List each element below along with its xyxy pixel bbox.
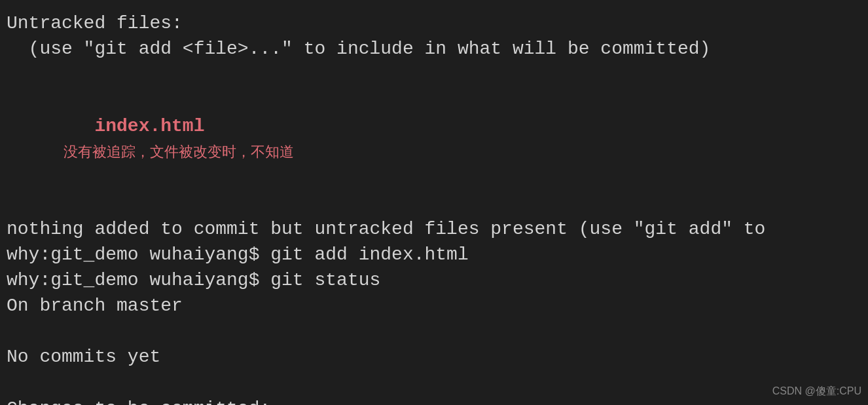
line-git-add-cmd: why:git_demo wuhaiyang$ git add index.ht… xyxy=(7,242,861,267)
line-git-add-hint: (use "git add <file>..." to include in w… xyxy=(7,36,861,62)
line-untracked-files: Untracked files: xyxy=(7,10,861,36)
line-on-branch: On branch master xyxy=(7,293,861,318)
line-empty-3 xyxy=(7,318,861,344)
untracked-filename: index.html xyxy=(50,116,204,136)
watermark: CSDN @傻童:CPU xyxy=(772,384,861,398)
line-nothing-added: nothing added to commit but untracked fi… xyxy=(7,216,861,242)
line-index-html-untracked: index.html 没有被追踪，文件被改变时，不知道 xyxy=(7,88,861,191)
line-changes-to-commit: Changes to be committed: xyxy=(7,396,861,405)
line-no-commits: No commits yet xyxy=(7,344,861,370)
line-empty-4 xyxy=(7,370,861,396)
line-empty-1 xyxy=(7,62,861,87)
terminal: Untracked files: (use "git add <file>...… xyxy=(0,0,868,405)
line-git-status-cmd: why:git_demo wuhaiyang$ git status xyxy=(7,267,861,293)
untracked-annotation: 没有被追踪，文件被改变时，不知道 xyxy=(63,144,294,160)
line-empty-2 xyxy=(7,190,861,216)
